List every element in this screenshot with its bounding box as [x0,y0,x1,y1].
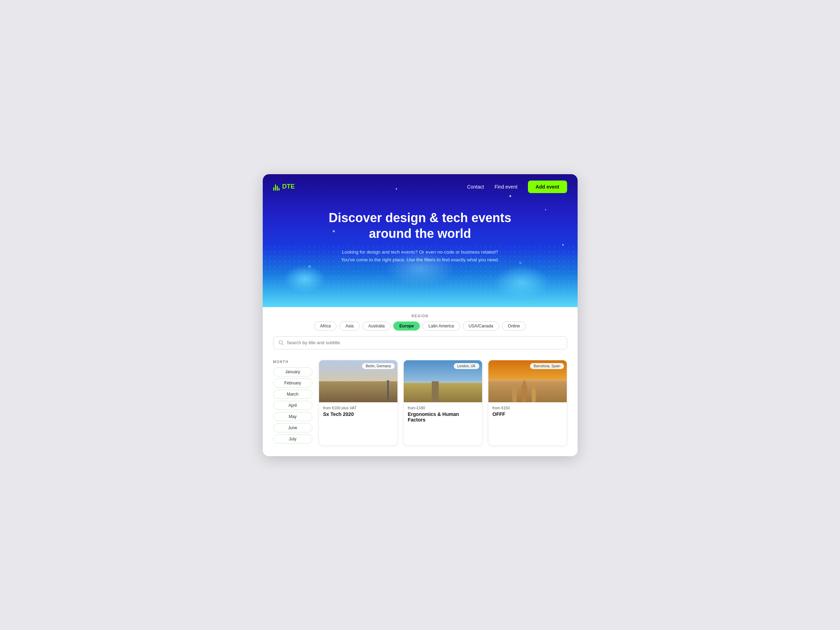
region-pill-online[interactable]: Online [502,322,526,330]
region-pill-australia[interactable]: Australia [362,322,391,330]
region-pill-asia[interactable]: Asia [339,322,359,330]
search-icon [278,340,284,346]
logo-bar-4 [278,188,279,191]
berlin-price: from €100 plus VAT [323,406,393,410]
logo-bar-2 [275,184,276,191]
card-image-london: London, UK [404,360,482,402]
month-june[interactable]: June [273,423,313,433]
hero-content: Discover design & tech eventsaround the … [263,199,578,286]
navbar: DTE Contact Find event Add event [263,174,578,199]
card-image-barcelona: Barcelona, Spain [488,360,567,402]
browser-window: DTE Contact Find event Add event Discove… [263,174,578,456]
event-card-london[interactable]: London, UK from £180 Ergonomics & Human … [403,360,482,446]
month-february[interactable]: February [273,379,313,388]
month-may[interactable]: May [273,412,313,421]
berlin-location-badge: Berlin, Germany [362,363,394,369]
region-pill-europe[interactable]: Europe [393,322,420,330]
berlin-title: Sx Tech 2020 [323,411,393,417]
region-pill-africa[interactable]: Africa [314,322,337,330]
filters-section: REGION Africa Asia Australia Europe Lati… [263,307,578,353]
month-january[interactable]: January [273,367,313,376]
barcelona-title: OFFF [493,411,562,417]
region-label: REGION [273,314,567,318]
hero-section: DTE Contact Find event Add event Discove… [263,174,578,307]
big-ben-tower [432,379,439,402]
add-event-button[interactable]: Add event [528,180,567,193]
month-march[interactable]: March [273,390,313,399]
card-body-london: from £180 Ergonomics & Human Factors [404,402,482,427]
hero-subtitle-line1: Looking for design and tech events? Or e… [277,248,564,256]
region-pill-usa-canada[interactable]: USA/Canada [463,322,499,330]
contact-link[interactable]: Contact [467,184,484,189]
site-logo[interactable]: DTE [273,183,295,191]
card-body-barcelona: from €150 OFFF [488,402,567,421]
search-bar [273,336,567,349]
nav-links: Contact Find event Add event [467,180,567,193]
find-event-link[interactable]: Find event [494,184,517,189]
card-body-berlin: from €100 plus VAT Sx Tech 2020 [319,402,398,421]
logo-icon [273,183,279,191]
search-input[interactable] [287,340,562,345]
barcelona-ground [488,381,567,402]
cards-grid: Berlin, Germany from €100 plus VAT Sx Te… [319,360,567,446]
month-sidebar: MONTH January February March April May J… [273,360,319,446]
berlin-buildings [319,381,398,402]
month-april[interactable]: April [273,401,313,410]
region-pills: Africa Asia Australia Europe Latin Ameri… [273,322,567,330]
berlin-tower [387,380,389,399]
month-july[interactable]: July [273,434,313,444]
logo-text: DTE [282,183,295,190]
logo-bar-3 [277,186,278,191]
hero-title: Discover design & tech eventsaround the … [277,210,564,242]
hero-subtitle-line2: You've come to the right place. Use the … [277,256,564,264]
region-pill-latin-america[interactable]: Latin America [423,322,460,330]
event-card-barcelona[interactable]: Barcelona, Spain from €150 OFFF [488,360,567,446]
london-location-badge: London, UK [454,363,479,369]
london-title: Ergonomics & Human Factors [408,411,478,423]
card-image-berlin: Berlin, Germany [319,360,398,402]
barcelona-location-badge: Barcelona, Spain [530,363,564,369]
london-buildings [404,383,482,402]
svg-line-1 [282,344,283,345]
main-content: MONTH January February March April May J… [263,353,578,456]
month-label: MONTH [273,360,313,364]
london-price: from £180 [408,406,478,410]
berlin-tower-ball [387,380,389,383]
event-card-berlin[interactable]: Berlin, Germany from €100 plus VAT Sx Te… [319,360,398,446]
logo-bar-1 [273,187,274,191]
barcelona-price: from €150 [493,406,562,410]
